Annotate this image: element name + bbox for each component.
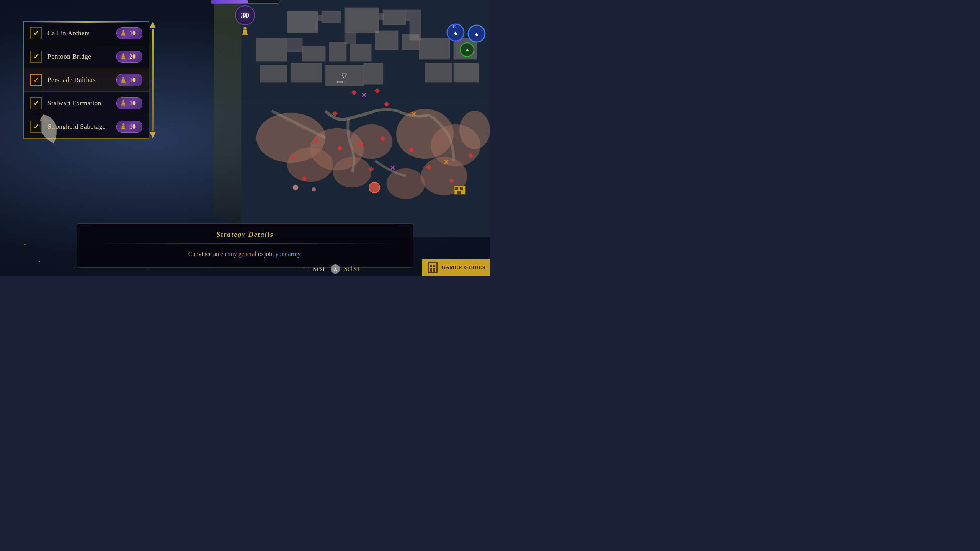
strategy-name-call-in-archers: Call in Archers: [47, 29, 116, 37]
svg-rect-13: [121, 82, 126, 83]
checkbox-pontoon-bridge: ✓: [30, 51, 42, 63]
cost-badge-stalwart-formation: 10: [116, 97, 142, 109]
svg-rect-19: [121, 129, 126, 130]
checkmark-persuade-balthus: ✓: [33, 76, 39, 84]
gamer-guides-watermark: GAMER GUIDES: [422, 259, 490, 276]
cost-number-persuade-balthus: 10: [129, 77, 136, 83]
svg-text:⟺: ⟺: [336, 79, 344, 85]
svg-point-5: [122, 30, 124, 32]
cost-chess-icon-5: [119, 122, 127, 131]
svg-rect-10: [121, 59, 126, 60]
svg-text:✕: ✕: [443, 158, 449, 166]
cost-chess-icon: [119, 29, 127, 37]
svg-rect-31: [287, 38, 302, 52]
strategy-item-persuade-balthus[interactable]: ✓ Persuade Balthus 10: [24, 68, 149, 92]
checkbox-persuade-balthus: ✓: [30, 74, 42, 86]
strategy-item-stalwart-formation[interactable]: ✓ Stalwart Formation 10: [24, 92, 149, 115]
cost-chess-icon-4: [119, 99, 127, 108]
svg-rect-34: [350, 44, 371, 61]
svg-rect-39: [260, 65, 287, 82]
cost-number-call-in-archers: 10: [129, 30, 136, 37]
gamer-guides-logo-icon: [427, 261, 438, 274]
cost-badge-persuade-balthus: 10: [116, 74, 142, 86]
svg-text:♞: ♞: [475, 32, 479, 37]
svg-rect-32: [302, 46, 325, 61]
svg-rect-80: [457, 191, 461, 194]
svg-rect-6: [121, 34, 125, 36]
svg-rect-42: [364, 63, 383, 84]
scroll-line: [152, 29, 154, 131]
svg-rect-79: [460, 187, 463, 190]
svg-rect-44: [454, 63, 479, 82]
svg-rect-33: [329, 42, 346, 61]
cost-number-stalwart-formation: 10: [129, 100, 136, 107]
svg-rect-25: [383, 10, 406, 25]
checkbox-stalwart-formation: ✓: [30, 97, 42, 109]
strategy-panel: ✓ Call in Archers 10 ✓ Pontoon Bridge: [23, 21, 149, 139]
strategy-details-panel: Strategy Details Convince an enemy gener…: [77, 223, 413, 268]
svg-rect-36: [402, 34, 419, 50]
svg-rect-3: [243, 33, 247, 34]
next-button[interactable]: + Next: [305, 265, 325, 273]
svg-point-8: [122, 53, 124, 55]
strategy-item-pontoon-bridge[interactable]: ✓ Pontoon Bridge 20: [24, 45, 149, 68]
details-description: Convince an enemy general to join your a…: [88, 249, 402, 259]
details-text-period: .: [300, 251, 302, 257]
next-label: Next: [312, 265, 325, 273]
scroll-decoration: [149, 22, 156, 138]
cost-badge-call-in-archers: 10: [116, 27, 142, 39]
cost-chess-icon-3: [119, 76, 127, 84]
svg-rect-40: [291, 63, 322, 82]
turn-number: 30: [241, 10, 249, 20]
svg-rect-15: [121, 104, 125, 106]
svg-rect-22: [322, 11, 341, 23]
svg-point-54: [387, 168, 425, 199]
checkmark-call-in-archers: ✓: [33, 29, 39, 37]
svg-rect-97: [429, 263, 436, 265]
svg-point-72: [369, 182, 380, 193]
turn-circle: 30: [235, 5, 255, 25]
health-bar-fill: [211, 0, 248, 3]
cost-badge-pontoon-bridge: 20: [116, 51, 142, 63]
gamer-guides-text: GAMER GUIDES: [441, 264, 485, 271]
svg-rect-21: [287, 11, 318, 33]
strategy-item-call-in-archers[interactable]: ✓ Call in Archers 10: [24, 22, 149, 45]
next-icon: +: [305, 265, 309, 273]
turn-counter: 30: [211, 0, 279, 37]
strategy-name-persuade-balthus: Persuade Balthus: [47, 76, 116, 84]
select-button[interactable]: A Select: [331, 264, 360, 274]
svg-text:✕: ✕: [411, 111, 416, 118]
details-text-to-join: to join: [256, 251, 275, 257]
cost-number-pontoon-bridge: 20: [129, 53, 136, 60]
svg-rect-28: [318, 15, 322, 21]
svg-rect-37: [419, 38, 450, 59]
svg-rect-29: [379, 13, 384, 20]
svg-rect-16: [121, 106, 126, 106]
scroll-bottom: [150, 132, 156, 138]
svg-rect-9: [121, 58, 125, 59]
svg-rect-4: [242, 34, 248, 35]
strategy-name-pontoon-bridge: Pontoon Bridge: [47, 53, 116, 60]
svg-text:P1: P1: [453, 24, 457, 28]
svg-point-2: [243, 27, 247, 30]
details-text-ally: your army: [275, 251, 300, 257]
chess-piece-icon: [240, 26, 250, 37]
strategy-name-stronghold-sabotage: Stronghold Sabotage: [47, 123, 116, 130]
scroll-top: [150, 22, 156, 28]
svg-rect-12: [121, 81, 125, 82]
select-icon-letter: A: [334, 267, 337, 271]
details-title: Strategy Details: [88, 231, 402, 239]
svg-rect-30: [256, 38, 287, 61]
strategy-item-stronghold-sabotage[interactable]: ✓ Stronghold Sabotage 10: [24, 115, 149, 138]
svg-point-71: [312, 187, 316, 191]
select-icon-circle: A: [331, 264, 340, 274]
svg-rect-98: [429, 267, 436, 268]
svg-rect-7: [121, 36, 126, 36]
bottom-nav: + Next A Select: [305, 264, 360, 274]
svg-text:✕: ✕: [344, 80, 348, 85]
cost-chess-icon-2: [119, 52, 127, 61]
cost-number-stronghold-sabotage: 10: [129, 123, 136, 130]
details-text-convince: Convince an: [188, 251, 220, 257]
select-label: Select: [344, 265, 360, 273]
svg-point-52: [459, 111, 490, 149]
